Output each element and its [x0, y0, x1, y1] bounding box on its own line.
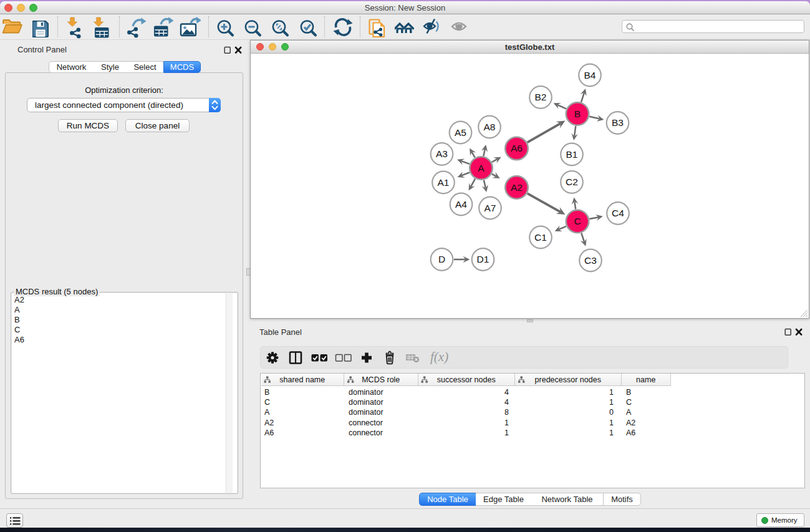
- svg-text:D1: D1: [477, 254, 489, 264]
- svg-text:A3: A3: [436, 148, 448, 159]
- svg-text:A6: A6: [511, 143, 523, 153]
- svg-text:B3: B3: [612, 117, 624, 128]
- svg-text:C4: C4: [612, 208, 624, 218]
- svg-text:A5: A5: [455, 127, 466, 138]
- svg-text:D: D: [438, 254, 445, 264]
- svg-text:B4: B4: [584, 70, 596, 80]
- svg-text:C1: C1: [534, 232, 547, 243]
- svg-text:A4: A4: [455, 199, 467, 210]
- svg-text:B: B: [574, 109, 581, 119]
- svg-text:A2: A2: [511, 182, 523, 193]
- svg-text:B2: B2: [535, 92, 547, 102]
- svg-text:B1: B1: [566, 149, 578, 160]
- svg-text:A: A: [478, 163, 485, 173]
- svg-text:C3: C3: [584, 255, 597, 266]
- svg-text:A1: A1: [438, 177, 450, 188]
- svg-text:C2: C2: [566, 177, 578, 187]
- svg-text:A8: A8: [484, 122, 496, 132]
- svg-text:A7: A7: [485, 203, 496, 213]
- svg-text:C: C: [574, 216, 581, 226]
